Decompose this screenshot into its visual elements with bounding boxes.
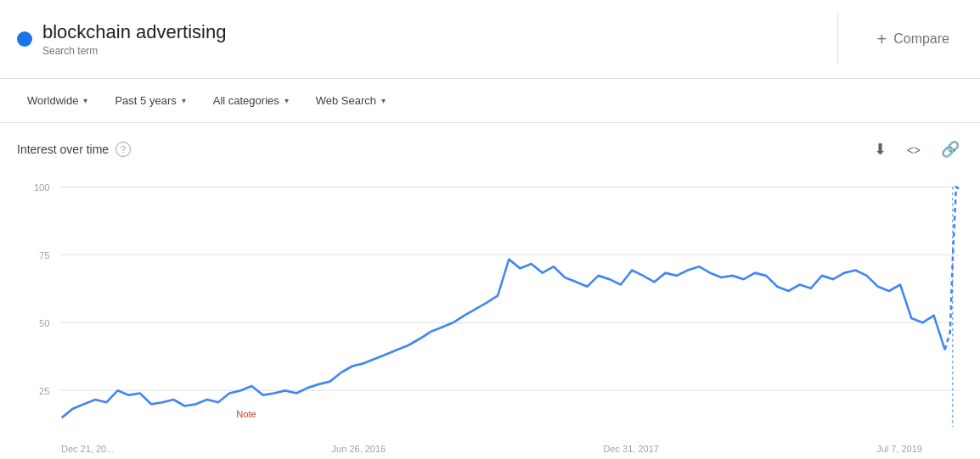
header: blockchain advertising Search term + Com… bbox=[0, 0, 980, 79]
search-term-sublabel: Search term bbox=[42, 45, 98, 57]
category-chevron-icon: ▾ bbox=[284, 96, 289, 105]
embed-icon: <> bbox=[907, 143, 921, 157]
category-filter-label: All categories bbox=[213, 94, 279, 107]
x-label-3: Dec 31, 2017 bbox=[603, 444, 658, 454]
chart-container: 100 75 50 25 Note bbox=[17, 169, 963, 440]
svg-text:25: 25 bbox=[39, 385, 49, 395]
share-icon: 🔗 bbox=[941, 141, 960, 158]
x-label-1: Dec 21, 20... bbox=[61, 444, 114, 454]
share-button[interactable]: 🔗 bbox=[938, 137, 963, 162]
search-term-title: blockchain advertising bbox=[42, 21, 226, 43]
trend-chart-svg: 100 75 50 25 Note bbox=[17, 169, 963, 440]
search-type-filter-button[interactable]: Web Search ▾ bbox=[306, 89, 396, 112]
svg-text:100: 100 bbox=[34, 182, 50, 192]
help-icon[interactable]: ? bbox=[115, 142, 131, 157]
chart-actions: ⬇ <> 🔗 bbox=[870, 137, 963, 162]
compare-label: Compare bbox=[893, 31, 949, 47]
search-term-text: blockchain advertising Search term bbox=[42, 21, 226, 57]
region-chevron-icon: ▾ bbox=[83, 96, 87, 105]
note-text: Note bbox=[236, 409, 256, 419]
chart-header: Interest over time ? ⬇ <> 🔗 bbox=[17, 137, 963, 162]
compare-button[interactable]: + Compare bbox=[864, 23, 964, 56]
embed-button[interactable]: <> bbox=[904, 137, 924, 162]
chart-section: Interest over time ? ⬇ <> 🔗 100 bbox=[0, 123, 980, 459]
search-type-chevron-icon: ▾ bbox=[381, 96, 386, 105]
region-filter-button[interactable]: Worldwide ▾ bbox=[17, 89, 98, 112]
time-period-filter-label: Past 5 years bbox=[115, 94, 176, 107]
region-filter-label: Worldwide bbox=[27, 94, 78, 107]
search-term-block: blockchain advertising Search term bbox=[17, 21, 812, 57]
time-period-filter-button[interactable]: Past 5 years ▾ bbox=[104, 89, 195, 112]
svg-text:50: 50 bbox=[39, 317, 49, 327]
chart-title: Interest over time bbox=[17, 143, 109, 156]
chart-title-row: Interest over time ? bbox=[17, 142, 131, 157]
search-type-filter-label: Web Search bbox=[316, 94, 376, 107]
download-button[interactable]: ⬇ bbox=[870, 137, 890, 162]
x-label-4: Jul 7, 2019 bbox=[876, 444, 922, 454]
x-label-2: Jun 26, 2016 bbox=[332, 444, 386, 454]
plus-icon: + bbox=[877, 30, 887, 49]
time-period-chevron-icon: ▾ bbox=[182, 96, 186, 105]
category-filter-button[interactable]: All categories ▾ bbox=[203, 89, 299, 112]
search-term-color-dot bbox=[17, 31, 32, 47]
download-icon: ⬇ bbox=[874, 141, 887, 158]
x-axis-labels: Dec 21, 20... Jun 26, 2016 Dec 31, 2017 … bbox=[17, 440, 963, 459]
svg-text:75: 75 bbox=[39, 249, 49, 260]
filter-bar: Worldwide ▾ Past 5 years ▾ All categorie… bbox=[0, 79, 980, 123]
header-divider bbox=[837, 14, 838, 64]
